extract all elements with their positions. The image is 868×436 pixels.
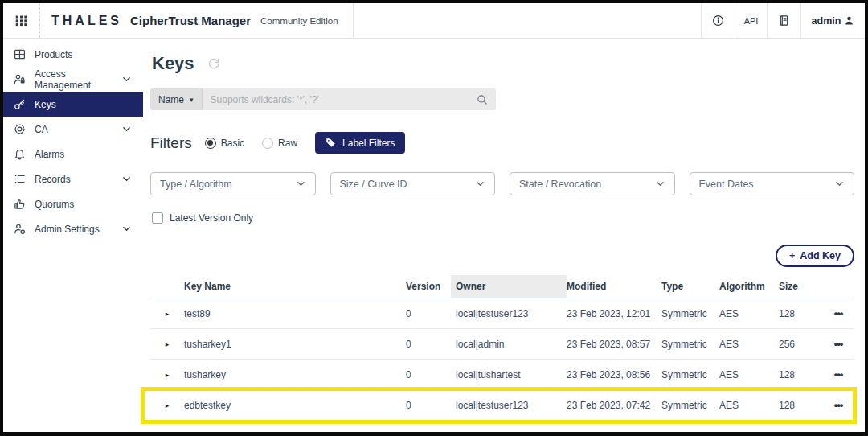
person-icon — [844, 15, 854, 26]
cell-owner: local|testuser123 — [456, 400, 567, 411]
cell-owner: local|tushartest — [456, 369, 567, 380]
filters-heading: Filters — [150, 134, 192, 152]
sidebar-item-label: Admin Settings — [35, 224, 113, 235]
bell-icon — [14, 148, 27, 160]
user-gear-icon — [14, 223, 27, 235]
main-content: Keys Name ▾ Filters Basic — [143, 39, 865, 432]
filter-dropdowns: Type / Algorithm Size / Curve ID State /… — [150, 172, 854, 195]
add-key-label: Add Key — [800, 250, 841, 261]
chevron-down-icon — [121, 74, 133, 84]
keys-table: Key Name Version Owner Modified Type Alg… — [150, 275, 854, 421]
sidebar-item-label: Products — [35, 49, 133, 60]
column-header-modified[interactable]: Modified — [567, 275, 661, 298]
cell-size: 256 — [779, 339, 822, 350]
filter-dropdown-size-curve-id[interactable]: Size / Curve ID — [330, 172, 496, 195]
filter-dropdown-state-revocation[interactable]: State / Revocation — [510, 172, 675, 195]
row-actions-menu-icon[interactable]: ••• — [834, 399, 843, 411]
chevron-down-icon — [475, 179, 485, 189]
sidebar-item-admin-settings[interactable]: Admin Settings — [3, 216, 143, 241]
sidebar-item-access-management[interactable]: Access Management — [3, 67, 143, 92]
add-key-button[interactable]: + Add Key — [776, 245, 854, 267]
cell-algorithm: AES — [719, 339, 779, 350]
cell-version: 0 — [406, 308, 456, 319]
cell-size: 128 — [779, 400, 822, 411]
expand-caret-icon[interactable]: ▸ — [166, 340, 170, 348]
app-window: THALES CipherTrust Manager Community Edi… — [0, 0, 868, 436]
filter-radio-raw[interactable]: Raw — [262, 138, 297, 149]
table-row[interactable]: ▸ tusharkey1 0 local|admin 23 Feb 2023, … — [150, 329, 854, 360]
sidebar-item-products[interactable]: Products — [3, 42, 143, 67]
sidebar-item-label: Access Management — [35, 68, 113, 91]
cell-version: 0 — [406, 400, 456, 411]
sidebar-item-label: Alarms — [35, 149, 133, 160]
user-menu-button[interactable]: admin — [800, 3, 865, 38]
search-icon — [477, 94, 488, 105]
checkbox-icon[interactable] — [152, 212, 163, 224]
cell-key-name: test89 — [184, 308, 406, 319]
cell-type: Symmetric — [661, 369, 719, 380]
column-header-owner[interactable]: Owner — [451, 275, 567, 298]
dropdown-label: State / Revocation — [519, 179, 601, 190]
documentation-button[interactable] — [767, 3, 800, 38]
refresh-icon[interactable] — [207, 57, 220, 70]
filter-dropdown-event-dates[interactable]: Event Dates — [690, 172, 855, 195]
cell-owner: local|testuser123 — [456, 308, 567, 319]
filter-dropdown-type-algorithm[interactable]: Type / Algorithm — [150, 172, 316, 195]
sidebar-item-records[interactable]: Records — [3, 167, 143, 191]
row-actions-menu-icon[interactable]: ••• — [834, 368, 843, 380]
cell-algorithm: AES — [719, 400, 779, 411]
radio-selected-icon — [205, 138, 216, 149]
expand-caret-icon[interactable]: ▸ — [166, 401, 170, 409]
radio-unselected-icon — [262, 138, 273, 149]
filter-radio-basic[interactable]: Basic — [205, 138, 244, 149]
latest-version-only-option[interactable]: Latest Version Only — [152, 212, 854, 224]
table-row[interactable]: ▸ test89 0 local|testuser123 23 Feb 2023… — [150, 298, 854, 329]
sidebar-item-label: Records — [35, 174, 113, 185]
search-button[interactable] — [469, 94, 496, 105]
search-bar: Name ▾ — [150, 88, 496, 110]
table-row[interactable]: ▸ tusharkey 0 local|tushartest 23 Feb 20… — [150, 360, 854, 390]
cell-type: Symmetric — [661, 308, 719, 319]
expand-caret-icon[interactable]: ▸ — [166, 371, 170, 379]
cell-modified: 23 Feb 2023, 12:01 — [567, 308, 661, 319]
list-icon — [14, 173, 27, 185]
row-actions-menu-icon[interactable]: ••• — [834, 338, 843, 350]
table-row[interactable]: ▸ edbtestkey 0 local|testuser123 23 Feb … — [150, 390, 854, 421]
column-header-algorithm[interactable]: Algorithm — [719, 275, 779, 298]
api-button[interactable]: API — [735, 3, 767, 38]
products-grid-icon — [14, 48, 27, 60]
cell-type: Symmetric — [661, 400, 719, 411]
info-icon — [712, 14, 724, 27]
sidebar-item-ca[interactable]: CA — [3, 117, 143, 142]
cell-modified: 23 Feb 2023, 07:42 — [567, 400, 661, 411]
label-filters-button[interactable]: Label Filters — [315, 132, 405, 154]
sidebar-item-alarms[interactable]: Alarms — [3, 142, 143, 167]
cell-type: Symmetric — [661, 339, 719, 350]
cell-version: 0 — [406, 339, 456, 350]
sidebar-item-quorums[interactable]: Quorums — [3, 191, 143, 216]
cell-key-name: tusharkey — [184, 369, 406, 380]
key-icon — [14, 98, 27, 110]
row-actions-menu-icon[interactable]: ••• — [834, 307, 843, 319]
info-button[interactable] — [701, 3, 735, 38]
column-header-type[interactable]: Type — [661, 275, 719, 298]
column-header-size[interactable]: Size — [779, 275, 822, 298]
cell-size: 128 — [779, 369, 822, 380]
sidebar-item-label: Keys — [35, 99, 133, 110]
search-field-selector[interactable]: Name ▾ — [150, 88, 203, 110]
search-field-label: Name — [158, 94, 184, 105]
caret-down-icon: ▾ — [190, 96, 194, 104]
search-input[interactable] — [203, 88, 469, 110]
chevron-down-icon — [296, 179, 306, 189]
app-launcher-button[interactable] — [3, 3, 40, 38]
top-bar: THALES CipherTrust Manager Community Edi… — [3, 3, 865, 39]
column-header-version[interactable]: Version — [406, 275, 456, 298]
thumbs-up-icon — [14, 198, 27, 210]
sidebar-item-keys[interactable]: Keys — [3, 92, 143, 117]
column-header-key-name[interactable]: Key Name — [184, 275, 406, 298]
waffle-icon — [14, 14, 28, 27]
book-icon — [778, 14, 790, 27]
cell-algorithm: AES — [719, 308, 779, 319]
edition-label: Community Edition — [260, 16, 338, 26]
expand-caret-icon[interactable]: ▸ — [166, 310, 170, 318]
